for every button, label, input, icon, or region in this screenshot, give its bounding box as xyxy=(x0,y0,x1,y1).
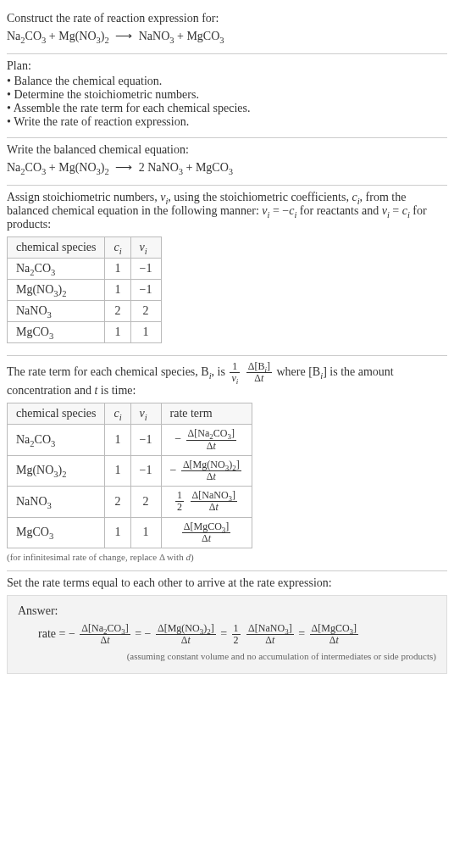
table-row: NaNO3 2 2 xyxy=(8,301,162,322)
plus-sign: + xyxy=(174,30,187,42)
col-ci: ci xyxy=(105,403,130,425)
cell-species: Na2CO3 xyxy=(8,425,105,455)
species-na2co3: Na2CO3 xyxy=(7,30,46,42)
frac-rate: Δ[Mg(NO3)2] Δt xyxy=(156,623,216,646)
section-balanced: Write the balanced chemical equation: Na… xyxy=(7,138,447,186)
plus-sign: + xyxy=(183,161,196,174)
plus-sign: + xyxy=(46,30,58,42)
answer-note: (assuming constant volume and no accumul… xyxy=(18,651,436,661)
cell-nui: 2 xyxy=(130,487,161,517)
section-stoich: Assign stoichiometric numbers, νi, using… xyxy=(7,186,447,356)
cell-ci: 1 xyxy=(105,280,130,301)
frac-rate: Δ[Na2CO3] Δt xyxy=(186,428,236,451)
answer-box: Answer: rate = − Δ[Na2CO3] Δt = − Δ[Mg(N… xyxy=(7,595,447,674)
col-nui: νi xyxy=(130,237,161,259)
table-row: MgCO3 1 1 Δ[MgCO3] Δt xyxy=(8,517,252,548)
rate-term-text: The rate term for each chemical species,… xyxy=(7,361,447,398)
col-ci: ci xyxy=(105,237,130,259)
cell-species: Mg(NO3)2 xyxy=(8,280,105,301)
col-nui: νi xyxy=(130,403,161,425)
infinitesimal-note: (for infinitesimal rate of change, repla… xyxy=(7,552,447,562)
coef-2: 2 xyxy=(139,161,148,174)
plan-item: • Assemble the rate term for each chemic… xyxy=(7,102,447,115)
cell-ci: 2 xyxy=(105,487,130,517)
cell-rate-term: − Δ[Mg(NO3)2] Δt xyxy=(161,455,252,486)
frac-dbi-dt: Δ[Bi] Δt xyxy=(246,361,272,384)
cell-nui: −1 xyxy=(130,280,161,301)
frac-rate: Δ[MgCO3] Δt xyxy=(182,521,231,544)
plan-item: • Balance the chemical equation. xyxy=(7,75,447,88)
table-row: Mg(NO3)2 1 −1 − Δ[Mg(NO3)2] Δt xyxy=(8,455,252,486)
plan-item: • Write the rate of reaction expression. xyxy=(7,115,447,129)
stoich-table: chemical species ci νi Na2CO3 1 −1 Mg(NO… xyxy=(7,236,162,343)
cell-nui: −1 xyxy=(130,259,161,280)
stoich-text: Assign stoichiometric numbers, νi, using… xyxy=(7,191,447,231)
col-species: chemical species xyxy=(8,237,105,259)
final-prompt: Set the rate terms equal to each other t… xyxy=(7,576,447,590)
frac-half: 1 2 xyxy=(175,490,184,513)
cell-nui: 1 xyxy=(130,517,161,548)
balanced-prompt: Write the balanced chemical equation: xyxy=(7,143,447,157)
species-na2co3: Na2CO3 xyxy=(7,161,46,174)
table-header-row: chemical species ci νi xyxy=(8,237,162,259)
cell-nui: 2 xyxy=(130,301,161,322)
table-row: Na2CO3 1 −1 xyxy=(8,259,162,280)
cell-ci: 1 xyxy=(105,517,130,548)
species-mgno32: Mg(NO3)2 xyxy=(58,161,109,174)
answer-equation: rate = − Δ[Na2CO3] Δt = − Δ[Mg(NO3)2] Δt… xyxy=(38,623,436,646)
frac-rate: Δ[NaNO3] Δt xyxy=(246,623,294,646)
section-final-prompt: Set the rate terms equal to each other t… xyxy=(7,571,447,682)
cell-species: NaNO3 xyxy=(8,487,105,517)
frac-rate: Δ[Na2CO3] Δt xyxy=(80,623,130,646)
cell-rate-term: Δ[MgCO3] Δt xyxy=(161,517,252,548)
cell-species: NaNO3 xyxy=(8,301,105,322)
cell-rate-term: 1 2 Δ[NaNO3] Δt xyxy=(161,487,252,517)
species-nano3: NaNO3 xyxy=(147,161,183,174)
col-rate-term: rate term xyxy=(161,403,252,425)
col-species: chemical species xyxy=(8,403,105,425)
frac-rate: Δ[Mg(NO3)2] Δt xyxy=(181,459,241,482)
table-row: MgCO3 1 1 xyxy=(8,322,162,343)
construct-prompt: Construct the rate of reaction expressio… xyxy=(7,12,447,25)
species-mgco3: MgCO3 xyxy=(186,30,224,42)
unbalanced-equation: Na2CO3 + Mg(NO3)2 ⟶ NaNO3 + MgCO3 xyxy=(7,29,447,43)
cell-species: MgCO3 xyxy=(8,322,105,343)
cell-nui: 1 xyxy=(130,322,161,343)
section-rate-terms: The rate term for each chemical species,… xyxy=(7,356,447,571)
table-row: Na2CO3 1 −1 − Δ[Na2CO3] Δt xyxy=(8,425,252,455)
reaction-arrow: ⟶ xyxy=(112,161,136,174)
section-construct: Construct the rate of reaction expressio… xyxy=(7,7,447,54)
plan-item: • Determine the stoichiometric numbers. xyxy=(7,88,447,102)
plan-title: Plan: xyxy=(7,59,447,73)
cell-ci: 1 xyxy=(105,425,130,455)
table-row: Mg(NO3)2 1 −1 xyxy=(8,280,162,301)
species-mgno32: Mg(NO3)2 xyxy=(58,30,109,42)
plus-sign: + xyxy=(46,161,58,174)
answer-title: Answer: xyxy=(18,604,436,618)
balanced-equation: Na2CO3 + Mg(NO3)2 ⟶ 2 NaNO3 + MgCO3 xyxy=(7,160,447,175)
cell-rate-term: − Δ[Na2CO3] Δt xyxy=(161,425,252,455)
cell-species: Na2CO3 xyxy=(8,259,105,280)
cell-nui: −1 xyxy=(130,425,161,455)
frac-rate: Δ[MgCO3] Δt xyxy=(310,623,359,646)
cell-ci: 1 xyxy=(105,322,130,343)
table-header-row: chemical species ci νi rate term xyxy=(8,403,252,425)
section-plan: Plan: • Balance the chemical equation. •… xyxy=(7,54,447,138)
frac-half: 1 2 xyxy=(232,623,241,646)
species-mgco3: MgCO3 xyxy=(196,161,233,174)
cell-species: MgCO3 xyxy=(8,517,105,548)
species-nano3: NaNO3 xyxy=(139,30,174,42)
cell-ci: 1 xyxy=(105,455,130,486)
cell-species: Mg(NO3)2 xyxy=(8,455,105,486)
cell-ci: 1 xyxy=(105,259,130,280)
cell-nui: −1 xyxy=(130,455,161,486)
frac-one-over-nu: 1 νi xyxy=(230,361,240,384)
frac-rate: Δ[NaNO3] Δt xyxy=(191,490,238,513)
reaction-arrow: ⟶ xyxy=(112,30,136,42)
rate-term-table: chemical species ci νi rate term Na2CO3 … xyxy=(7,403,252,548)
cell-ci: 2 xyxy=(105,301,130,322)
table-row: NaNO3 2 2 1 2 Δ[NaNO3] Δt xyxy=(8,487,252,517)
